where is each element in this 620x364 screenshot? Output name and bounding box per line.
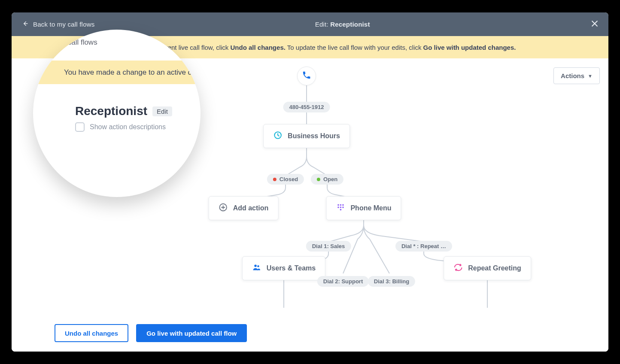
- users-teams-node[interactable]: Users & Teams: [242, 256, 325, 280]
- show-descriptions-row[interactable]: Show action descriptions: [75, 122, 166, 132]
- footer: Undo all changes Go live with updated ca…: [12, 316, 608, 352]
- phone-number-chip[interactable]: 480-455-1912: [283, 102, 330, 112]
- dial-3-label: Dial 3: Billing: [374, 278, 409, 285]
- svg-point-10: [257, 265, 259, 267]
- users-icon: [252, 263, 261, 274]
- closed-chip[interactable]: Closed: [267, 174, 304, 185]
- title-name: Receptionist: [330, 21, 370, 28]
- mag-title-row: Receptionist Edit: [75, 104, 172, 118]
- repeat-greeting-label: Repeat Greeting: [468, 264, 521, 272]
- dial-2-label: Dial 2: Support: [323, 278, 363, 285]
- status-dot-closed: [273, 178, 277, 181]
- banner-bold-1: Undo all changes.: [231, 44, 286, 51]
- svg-point-8: [340, 209, 342, 211]
- flow-start-node[interactable]: [297, 67, 316, 85]
- go-live-button[interactable]: Go live with updated call flow: [136, 324, 247, 342]
- svg-point-4: [342, 204, 344, 206]
- back-link[interactable]: Back to my call flows: [21, 20, 94, 29]
- business-hours-label: Business Hours: [288, 132, 340, 140]
- clock-icon: [273, 130, 283, 142]
- undo-all-label: Undo all changes: [65, 330, 118, 337]
- repeat-greeting-node[interactable]: Repeat Greeting: [444, 256, 531, 280]
- business-hours-node[interactable]: Business Hours: [263, 124, 350, 148]
- add-action-node[interactable]: Add action: [209, 196, 279, 220]
- dial-1-chip[interactable]: Dial 1: Sales: [306, 241, 351, 252]
- dial-star-label: Dial * : Repeat …: [401, 243, 446, 249]
- banner-text-2: To update the live call flow with your e…: [287, 44, 423, 51]
- app-frame: Back to my call flows Edit: Receptionist…: [12, 12, 608, 352]
- open-label: Open: [323, 176, 337, 182]
- svg-point-3: [340, 204, 342, 206]
- svg-point-2: [337, 204, 339, 206]
- plus-circle-icon: [219, 203, 228, 214]
- banner-bold-2: Go live with updated changes.: [423, 44, 516, 51]
- keypad-icon: [336, 203, 345, 214]
- mag-banner: You have made a change to an active c: [33, 61, 201, 84]
- close-button[interactable]: [590, 19, 599, 29]
- phone-menu-label: Phone Menu: [350, 204, 391, 212]
- edit-name-button[interactable]: Edit: [152, 106, 172, 116]
- checkbox-icon[interactable]: [75, 122, 85, 132]
- undo-all-button[interactable]: Undo all changes: [55, 324, 128, 342]
- magnifier-overlay: ny call flows You have made a change to …: [33, 30, 201, 197]
- mag-flow-name: Receptionist: [75, 104, 147, 118]
- phone-icon: [302, 70, 311, 82]
- svg-point-6: [340, 206, 342, 208]
- dial-3-chip[interactable]: Dial 3: Billing: [368, 276, 415, 287]
- svg-point-5: [337, 206, 339, 208]
- closed-label: Closed: [280, 176, 298, 182]
- svg-point-9: [254, 265, 257, 267]
- phone-menu-node[interactable]: Phone Menu: [326, 196, 401, 220]
- dial-1-label: Dial 1: Sales: [312, 243, 345, 249]
- repeat-icon: [453, 263, 463, 274]
- open-chip[interactable]: Open: [311, 174, 343, 185]
- status-dot-open: [317, 178, 320, 181]
- header-title: Edit: Receptionist: [94, 21, 590, 28]
- show-descriptions-label: Show action descriptions: [90, 123, 166, 131]
- svg-point-7: [342, 206, 344, 208]
- add-action-label: Add action: [233, 204, 269, 212]
- close-icon: [590, 22, 599, 29]
- dial-2-chip[interactable]: Dial 2: Support: [317, 276, 369, 287]
- arrow-left-icon: [21, 20, 29, 29]
- mag-banner-text: You have made a change to an active c: [64, 68, 191, 77]
- title-prefix: Edit:: [315, 21, 328, 28]
- back-label: Back to my call flows: [33, 21, 94, 28]
- go-live-label: Go live with updated call flow: [146, 330, 237, 337]
- phone-number-text: 480-455-1912: [289, 104, 324, 110]
- dial-star-chip[interactable]: Dial * : Repeat …: [395, 241, 452, 252]
- users-teams-label: Users & Teams: [267, 264, 316, 272]
